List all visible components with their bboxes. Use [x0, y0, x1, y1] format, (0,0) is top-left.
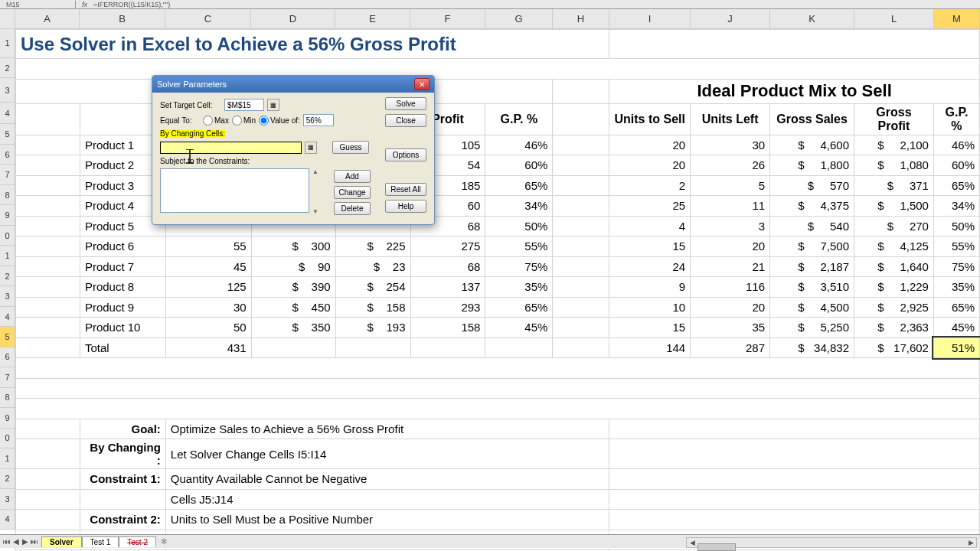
active-cell[interactable]: 51%	[933, 337, 979, 358]
row-13[interactable]: 3	[0, 286, 15, 306]
col-H[interactable]: H	[553, 9, 609, 29]
new-sheet-icon[interactable]: ✻	[156, 537, 172, 546]
subject-label: Subject to the Constraints:	[160, 157, 250, 165]
hdr-gp2: G.P. %	[933, 103, 979, 135]
row-15[interactable]: 5	[0, 327, 15, 347]
row-14[interactable]: 4	[0, 307, 15, 327]
tab-solver[interactable]: Solver	[41, 536, 82, 547]
tab-nav[interactable]: ⏮◀▶⏭	[0, 537, 41, 546]
solve-button[interactable]: Solve	[385, 97, 426, 110]
col-M[interactable]: M	[934, 9, 980, 29]
row-3[interactable]: 3	[0, 78, 15, 103]
hdr-gross-sales: Gross Sales	[770, 103, 854, 135]
row-20[interactable]: 0	[0, 429, 15, 448]
row-18[interactable]: 8	[0, 388, 15, 408]
col-L[interactable]: L	[854, 9, 934, 29]
reset-all-button[interactable]: Reset All	[385, 183, 426, 196]
row-23[interactable]: 3	[0, 489, 15, 509]
formula-text[interactable]: =IFERROR((L15/K15),"")	[93, 1, 170, 8]
hdr-gross-profit: Gross Profit	[854, 103, 934, 135]
row-21[interactable]: 1	[0, 448, 15, 468]
row-9[interactable]: 9	[0, 205, 15, 225]
row-4[interactable]: 4	[0, 103, 15, 124]
row-19[interactable]: 9	[0, 408, 15, 428]
fx-icon[interactable]: fx	[76, 1, 93, 8]
dialog-titlebar[interactable]: Solver Parameters ✕	[152, 76, 434, 93]
col-B[interactable]: B	[80, 9, 165, 29]
col-F[interactable]: F	[410, 9, 485, 29]
guess-button[interactable]: Guess	[332, 141, 369, 154]
add-button[interactable]: Add	[334, 170, 371, 183]
row-8[interactable]: 8	[0, 185, 15, 205]
solver-dialog[interactable]: Solver Parameters ✕ Solve Close Options …	[152, 75, 435, 225]
horizontal-scrollbar[interactable]: ◀ ▶	[686, 537, 977, 548]
dialog-title: Solver Parameters	[157, 80, 227, 89]
col-A[interactable]: A	[15, 9, 80, 29]
row-7[interactable]: 7	[0, 165, 15, 184]
row-2[interactable]: 2	[0, 58, 15, 78]
by-changing-label: By Changing Cells:	[160, 129, 225, 138]
change-button[interactable]: Change	[334, 186, 371, 199]
col-I[interactable]: I	[609, 9, 691, 29]
scroll-left-icon[interactable]: ◀	[687, 539, 697, 546]
formula-bar: M15 fx =IFERROR((L15/K15),"")	[0, 0, 980, 9]
row-22[interactable]: 2	[0, 469, 15, 489]
col-G[interactable]: G	[485, 9, 553, 29]
column-headers: A B C D E F G H I J K L M	[0, 9, 980, 29]
row-6[interactable]: 6	[0, 145, 15, 165]
row-5[interactable]: 5	[0, 124, 15, 144]
row-11[interactable]: 1	[0, 246, 15, 266]
constraints-listbox[interactable]	[160, 168, 309, 213]
ideal-header: Ideal Product Mix to Sell	[609, 79, 980, 103]
options-button[interactable]: Options	[385, 148, 426, 161]
row-1[interactable]: 1	[0, 29, 15, 58]
row-10[interactable]: 0	[0, 226, 15, 246]
ref-picker-icon[interactable]: ▦	[267, 99, 279, 111]
target-cell-input[interactable]	[224, 99, 264, 111]
ref-picker-icon-2[interactable]: ▦	[305, 142, 317, 154]
help-button[interactable]: Help	[385, 200, 426, 213]
total-row: Total 431 144 287 $ 34,832 $ 17,602 51%	[16, 337, 980, 358]
value-of-input[interactable]	[303, 114, 334, 126]
table-row: Product 10 50 $ 350 $ 193 158 45% 15 35 …	[16, 318, 980, 338]
col-C[interactable]: C	[165, 9, 251, 29]
row-headers: 1 2 3 4 5 6 7 8 9 0 1 2 3 4 5 6 7 8 9 0 …	[0, 29, 15, 530]
col-K[interactable]: K	[770, 9, 854, 29]
page-title: Use Solver in Excel to Achieve a 56% Gro…	[16, 30, 609, 59]
row-24[interactable]: 4	[0, 510, 15, 530]
hdr-units-sell: Units to Sell	[609, 103, 691, 135]
select-all-corner[interactable]	[0, 9, 15, 29]
table-row: Product 6 55 $ 300 $ 225 275 55% 15 20 $…	[16, 236, 980, 257]
target-cell-label: Set Target Cell:	[160, 101, 221, 109]
row-17[interactable]: 7	[0, 367, 15, 387]
delete-button[interactable]: Delete	[334, 202, 371, 215]
table-row: Product 9 30 $ 450 $ 158 293 65% 10 20 $…	[16, 297, 980, 318]
table-row: Product 8 125 $ 390 $ 254 137 35% 9 116 …	[16, 277, 980, 298]
hdr-gp: G.P. %	[485, 103, 553, 135]
by-changing-input[interactable]	[160, 142, 302, 154]
tab-test1[interactable]: Test 1	[82, 536, 119, 547]
close-icon[interactable]: ✕	[414, 78, 430, 90]
scroll-thumb[interactable]	[697, 543, 736, 551]
scroll-right-icon[interactable]: ▶	[965, 539, 976, 546]
row-16[interactable]: 6	[0, 347, 15, 367]
radio-value-of[interactable]: Value of:	[259, 116, 300, 126]
col-E[interactable]: E	[335, 9, 410, 29]
col-J[interactable]: J	[691, 9, 770, 29]
radio-min[interactable]: Min	[232, 116, 256, 126]
close-button[interactable]: Close	[385, 114, 426, 127]
tab-test2[interactable]: Test 2	[119, 536, 156, 547]
table-row: Product 7 45 $ 90 $ 23 68 75% 24 21 $ 2,…	[16, 256, 980, 277]
name-box[interactable]: M15	[3, 1, 76, 8]
row-12[interactable]: 2	[0, 266, 15, 286]
equal-to-label: Equal To:	[160, 116, 200, 125]
col-D[interactable]: D	[251, 9, 335, 29]
radio-max[interactable]: Max	[203, 116, 229, 126]
hdr-units-left: Units Left	[691, 103, 770, 135]
